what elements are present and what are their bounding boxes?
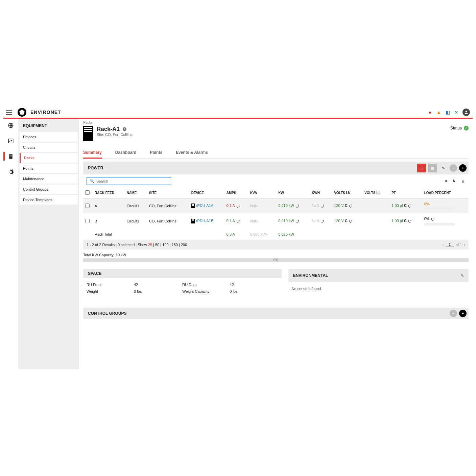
tab-dashboard[interactable]: Dashboard — [115, 147, 137, 159]
control-groups-header: CONTROL GROUPS − + — [83, 308, 469, 319]
app-root: ENVIRONET ● ▲ ◧ ✕ — [3, 106, 473, 370]
chart-icon[interactable]: ⮍ — [431, 217, 435, 221]
tools-icon[interactable]: ✕ — [454, 110, 459, 115]
chart-icon[interactable]: ⮍ — [236, 204, 240, 208]
nav-chart-icon[interactable] — [7, 138, 14, 144]
col-amps[interactable]: AMPS — [224, 188, 248, 198]
sidebar-item-circuits[interactable]: Circuits — [20, 143, 78, 152]
edit-icon[interactable]: ✎ — [439, 164, 448, 172]
nav-rack-icon[interactable] — [7, 153, 14, 160]
col-name[interactable]: NAME — [125, 188, 147, 198]
col-rackfeed[interactable]: RACK FEED — [93, 188, 125, 198]
env-title: ENVIRONMENTAL — [293, 273, 328, 278]
sidebar-item-racks[interactable]: Racks — [20, 153, 78, 163]
add-icon[interactable]: + — [459, 164, 467, 172]
search-box[interactable]: 🔍 — [87, 177, 171, 185]
cell-kw: 0.010 kW⮍ — [276, 213, 310, 229]
row-checkbox[interactable] — [85, 204, 90, 208]
content: Racks Rack-A1 ⚙ Site: CO, Fort Colllins … — [79, 119, 473, 369]
network-icon[interactable]: ◧ — [445, 110, 450, 115]
nav-settings-icon[interactable] — [7, 169, 14, 175]
user-avatar-icon[interactable] — [462, 109, 470, 116]
view-list-icon[interactable]: ☰ — [417, 164, 426, 172]
capacity-bar: 0% — [83, 258, 469, 262]
power-toolbar: 🔍 ▼ A↓ ⫼ — [83, 174, 469, 188]
hamburger-icon[interactable] — [6, 110, 12, 115]
gear-icon[interactable]: ⚙ — [122, 126, 127, 132]
page-title-text: Rack-A1 — [97, 126, 120, 133]
col-load[interactable]: LOAD PERCENT — [422, 188, 469, 198]
power-title: POWER — [88, 166, 103, 170]
space-body: RU Front42 Weight0 lbs RU Rear42 Weight … — [83, 278, 282, 301]
search-icon: 🔍 — [90, 179, 94, 183]
table-header-row: RACK FEED NAME SITE DEVICE AMPS KVA KW K… — [83, 188, 469, 198]
alert-icon[interactable]: ● — [427, 110, 433, 115]
page-title: Rack-A1 ⚙ — [97, 126, 133, 133]
chart-icon[interactable]: ⮍ — [349, 204, 353, 208]
cell-load: 0% — [422, 198, 469, 214]
tab-summary[interactable]: Summary — [83, 147, 102, 159]
topbar-status-icons: ● ▲ ◧ ✕ — [427, 109, 470, 116]
status-ok-icon: ✓ — [464, 126, 469, 130]
col-kwh[interactable]: KWH — [310, 188, 332, 198]
cell-vln: 120 V C⮍ — [332, 198, 362, 214]
warning-icon[interactable]: ▲ — [436, 110, 442, 115]
pager-prev-icon[interactable]: ‹ — [442, 243, 444, 247]
load-bar — [424, 207, 455, 210]
col-kva[interactable]: KVA — [248, 188, 276, 198]
breadcrumb[interactable]: Racks — [83, 121, 469, 124]
space-env-row: SPACE RU Front42 Weight0 lbs RU Rear42 W… — [83, 269, 469, 301]
tab-events[interactable]: Events & Alarms — [176, 147, 208, 159]
col-pf[interactable]: PF — [389, 188, 422, 198]
pager-page-input[interactable] — [446, 242, 454, 247]
power-panel: POWER ☰ ▦ ✎ − + 🔍 ▼ — [83, 162, 469, 262]
weight-label: Weight — [87, 289, 134, 293]
col-kw[interactable]: KW — [276, 188, 310, 198]
chart-icon[interactable]: ⮍ — [408, 219, 412, 223]
col-device[interactable]: DEVICE — [189, 188, 224, 198]
tab-points[interactable]: Points — [150, 147, 162, 159]
sidebar-item-maintenance[interactable]: Maintenance — [20, 174, 78, 184]
sidebar-item-points[interactable]: Points — [20, 164, 78, 173]
edit-icon[interactable]: ✎ — [458, 271, 467, 280]
sort-icon[interactable]: A↓ — [453, 179, 457, 183]
topbar: ENVIRONET ● ▲ ◧ ✕ — [3, 106, 473, 119]
svg-rect-5 — [10, 156, 12, 156]
col-vln[interactable]: VOLTS LN — [332, 188, 362, 198]
chart-icon[interactable]: ⮍ — [349, 219, 353, 223]
logo-icon — [18, 108, 26, 117]
cell-site: CO, Fort Colllins — [147, 198, 189, 214]
env-header: ENVIRONMENTAL ✎ — [288, 269, 469, 282]
table-total-row: Rack Total 0.3 A 0.000 kVA 0.020 kW — [83, 229, 469, 240]
filter-icon[interactable]: ▼ — [444, 179, 448, 183]
chart-icon[interactable]: ⮍ — [295, 219, 299, 223]
sidebar-item-control-groups[interactable]: Control Groups — [20, 185, 78, 194]
col-vll[interactable]: VOLTS LL — [362, 188, 389, 198]
col-site[interactable]: SITE — [147, 188, 189, 198]
sidebar-item-device-templates[interactable]: Device Templates — [20, 195, 78, 205]
add-icon[interactable]: + — [459, 310, 467, 317]
svg-rect-4 — [10, 155, 12, 155]
row-checkbox[interactable] — [85, 219, 90, 223]
table-row: B Circuit1 CO, Fort Colllins rPDU-A1B 0.… — [83, 213, 469, 229]
chart-icon[interactable]: ⮍ — [320, 219, 324, 223]
chart-icon[interactable]: ⮍ — [408, 204, 412, 208]
remove-icon[interactable]: − — [450, 164, 457, 172]
cell-total-label: Rack Total — [93, 229, 125, 240]
view-grid-icon[interactable]: ▦ — [428, 164, 437, 172]
chart-icon[interactable]: ⮍ — [295, 204, 299, 208]
chart-icon[interactable]: ⮍ — [236, 219, 240, 223]
chart-icon[interactable]: ⮍ — [320, 204, 324, 208]
sidebar-item-devices[interactable]: Devices — [20, 132, 78, 142]
select-all-checkbox[interactable] — [85, 190, 90, 195]
remove-icon[interactable]: − — [450, 310, 457, 317]
pager-next-icon[interactable]: › — [464, 243, 465, 247]
columns-icon[interactable]: ⫼ — [461, 179, 465, 183]
device-link[interactable]: rPDU-A1B — [196, 219, 213, 223]
nav-globe-icon[interactable] — [7, 122, 14, 129]
ru-front-value: 42 — [134, 283, 138, 287]
device-link[interactable]: rPDU-A1A — [196, 204, 213, 208]
power-panel-header: POWER ☰ ▦ ✎ − + — [83, 162, 469, 174]
search-input[interactable] — [96, 179, 168, 183]
cell-total-amps: 0.3 A — [224, 229, 248, 240]
